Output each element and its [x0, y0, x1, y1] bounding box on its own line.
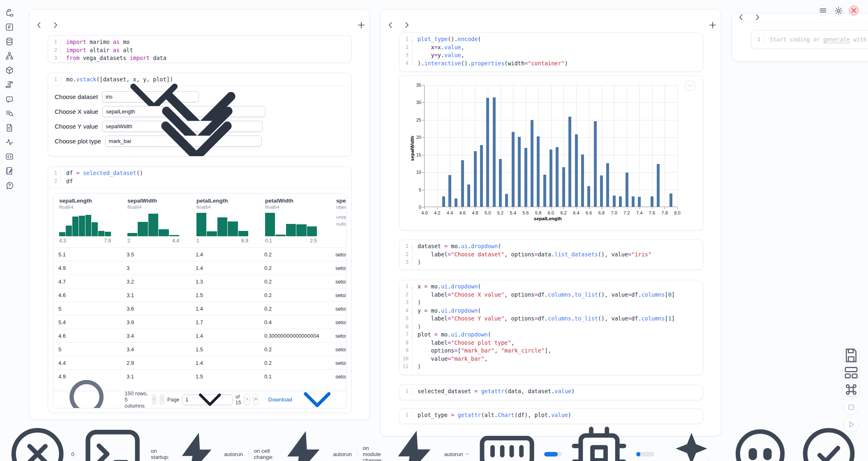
table-row[interactable]: 5.43.91.70.4setosa [53, 315, 346, 329]
table-row[interactable]: 4.73.21.30.2setosa [53, 274, 346, 288]
column-header-petalWidth[interactable]: petalWidthfloat640.12.5 [259, 198, 330, 247]
panel-middle-forward-button[interactable] [402, 21, 412, 31]
table-row[interactable]: 4.63.11.50.2setosa [53, 288, 346, 302]
error-indicator[interactable]: 0 [6, 422, 74, 461]
table-cell: setosa [330, 251, 346, 258]
save-button[interactable] [843, 348, 860, 362]
new-cell-editor[interactable]: 1 Start coding or generate with [751, 30, 868, 49]
table-cell: 3 [122, 265, 191, 271]
column-header-sepalWidth[interactable]: sepalWidthfloat6424.4 [122, 198, 191, 247]
line-number: 3 [399, 258, 413, 267]
x-tick [665, 207, 665, 209]
sidebar-packages-icon[interactable] [5, 66, 14, 75]
command-palette-button[interactable] [843, 383, 860, 396]
code-editor[interactable]: 1plot_type = getattr(alt.Chart(df), plot… [399, 409, 703, 422]
table-cell: 1.4 [191, 251, 259, 258]
x-tick [614, 207, 614, 209]
sidebar-scratchpad-icon[interactable] [5, 166, 14, 175]
x-tick [602, 207, 602, 209]
x-tick [551, 207, 552, 209]
histogram-bar [92, 222, 98, 236]
dropdown-choose-plot-type[interactable]: mark_bar [105, 136, 262, 147]
prev-page-button[interactable] [159, 394, 164, 405]
close-button[interactable] [849, 5, 859, 16]
settings-button[interactable] [833, 6, 844, 16]
code-editor[interactable]: 1⌄plot_type().encode(2 x=x.value,3 y=y.v… [399, 33, 703, 69]
table-cell: 0.2 [259, 306, 330, 312]
chart-bar [632, 196, 635, 207]
sidebar-logs-icon[interactable] [5, 80, 14, 89]
page-select[interactable]: 1 [182, 394, 233, 405]
column-header-petalLength[interactable]: petalLengthfloat6416.9 [191, 198, 259, 247]
code-line: 1selected_dataset = getattr(data, datase… [399, 387, 703, 396]
control-label: Choose plot type [55, 138, 101, 145]
ram-icon [476, 422, 538, 461]
table-row[interactable]: 53.41.50.2setosa [53, 342, 346, 356]
ai-sparkles-button[interactable] [660, 422, 723, 461]
panel-middle-add-cell-button[interactable] [708, 21, 718, 31]
chart-bar [493, 97, 496, 207]
code-editor[interactable]: 1import marimo as mo2import altair as al… [48, 36, 351, 63]
panel-right-back-button[interactable] [736, 13, 746, 23]
code-line: 4).interactive().properties(width="conta… [399, 60, 703, 68]
menu-button[interactable] [818, 5, 828, 16]
layout-button[interactable] [843, 366, 860, 380]
table-cell: 0.2 [259, 279, 330, 285]
code-line: 3 y=y.value, [399, 51, 703, 60]
column-header-sepalLength[interactable]: sepalLengthfloat644.37.9 [53, 198, 122, 247]
sidebar-dependency-graph-icon[interactable] [5, 51, 14, 60]
code-editor[interactable]: 1⌄dataset = mo.ui.dropdown(2 label="Choo… [399, 240, 703, 269]
chart-bar [568, 117, 571, 207]
next-page-button[interactable] [244, 394, 250, 405]
code-line: 7⌄plot = mo.ui.dropdown( [399, 331, 703, 339]
on-cell-change-setting[interactable]: on cell change: autorun [254, 426, 352, 461]
panel-middle-back-button[interactable] [386, 21, 395, 31]
copilot-button[interactable] [729, 422, 792, 461]
column-header-species[interactable]: speciesobjectunique:nulls: [330, 198, 346, 247]
table-row[interactable]: 4.42.91.40.2setosa [53, 356, 346, 369]
panel-left-back-button[interactable] [34, 21, 44, 31]
table-row[interactable]: 4.63.41.40.30000000000000004setosa [53, 329, 346, 342]
sidebar-code-icon[interactable] [5, 152, 14, 161]
chart-actions-button[interactable]: ⋯ [685, 80, 695, 91]
interrupt-button[interactable] [844, 400, 859, 415]
table-row[interactable]: 4.931.40.2setosa [53, 261, 346, 274]
panel-right-forward-button[interactable] [753, 13, 762, 23]
sidebar-function-icon[interactable] [5, 23, 14, 32]
sidebar-chat-icon[interactable] [5, 95, 14, 104]
on-module-change-setting[interactable]: on module change: autorun [363, 426, 470, 461]
terminal-button[interactable] [80, 421, 145, 461]
line-number: 4 [399, 60, 413, 68]
cpu-usage-meter [636, 452, 654, 456]
x-tick-label: 6.0 [545, 210, 557, 215]
sidebar-tracebacks-icon[interactable] [5, 138, 14, 147]
code-editor[interactable]: 1selected_dataset = getattr(data, datase… [399, 385, 703, 398]
code-editor[interactable]: 1⌄x = mo.ui.dropdown(2 label="Choose X v… [399, 280, 703, 373]
range-max: 2.5 [310, 238, 317, 244]
last-page-button[interactable] [253, 394, 259, 405]
cpu-icon [568, 422, 630, 461]
sidebar-database-icon[interactable] [5, 37, 14, 46]
code-line: 2 label="Choose X value", options=df.col… [399, 291, 703, 299]
connection-status-button[interactable] [797, 422, 860, 461]
cell-plot-encode: 1⌄plot_type().encode(2 x=x.value,3 y=y.v… [399, 32, 703, 72]
first-page-button[interactable] [152, 394, 157, 405]
generate-with-ai-link[interactable]: generate [823, 36, 850, 43]
line-number: 3 [48, 54, 61, 62]
x-tick-label: 4.4 [444, 210, 456, 215]
table-row[interactable]: 5.13.51.40.2setosa [53, 247, 346, 261]
y-tick [422, 190, 424, 190]
on-startup-setting[interactable]: on startup: autorun [151, 429, 243, 461]
table-row[interactable]: 53.61.40.2setosa [53, 302, 346, 315]
sidebar-documentation-icon[interactable] [5, 109, 14, 118]
table-cell: 0.30000000000000004 [259, 333, 330, 339]
sidebar-snippets-icon[interactable] [5, 123, 14, 132]
sidebar-help-icon[interactable] [5, 181, 14, 190]
search-icon[interactable] [59, 369, 119, 408]
panel-left-add-cell-button[interactable] [356, 21, 366, 31]
table-cell: 5.1 [53, 251, 122, 258]
download-button[interactable]: Download [268, 376, 340, 408]
code-editor[interactable]: 1df = selected_dataset()2df [48, 167, 351, 187]
sidebar-file-tree-icon[interactable] [5, 8, 14, 17]
panel-left-forward-button[interactable] [51, 21, 60, 31]
